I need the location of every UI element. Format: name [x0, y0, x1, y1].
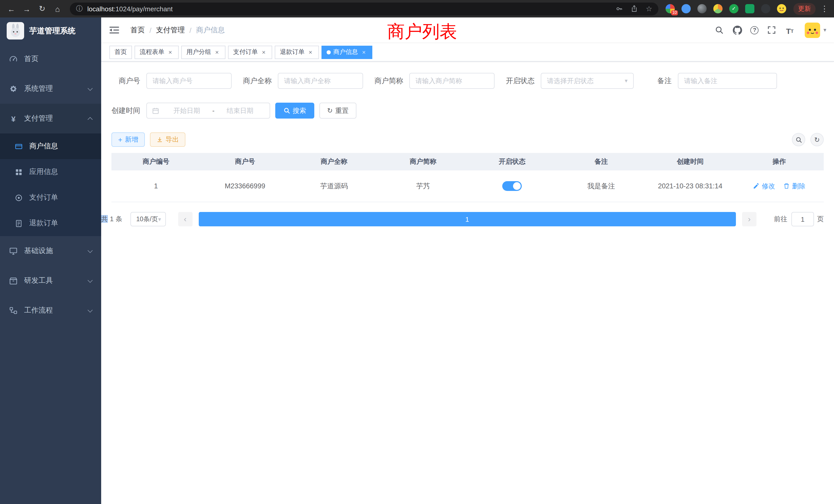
tab-merchant-info[interactable]: 商户信息× [322, 45, 372, 59]
column-header: 商户简称 [378, 157, 467, 166]
search-icon[interactable] [715, 25, 724, 35]
close-icon[interactable]: × [214, 49, 220, 55]
breadcrumb: 首页 / 支付管理 / 商户信息 [130, 25, 225, 35]
goto-label: 前往 [774, 214, 787, 224]
sidebar-item-label: 应用信息 [29, 167, 58, 177]
sidebar-item-workflow[interactable]: 工作流程 [0, 296, 101, 325]
close-icon[interactable]: × [307, 49, 314, 55]
top-navbar: 首页 / 支付管理 / 商户信息 ? [101, 18, 834, 43]
sidebar-item-devtools[interactable]: 研发工具 [0, 266, 101, 296]
close-icon[interactable]: × [360, 49, 367, 55]
tab-user-group[interactable]: 用户分组× [181, 45, 225, 59]
short-name-input[interactable] [409, 73, 495, 89]
sidebar-toggle-icon[interactable] [109, 26, 119, 34]
browser-home-icon[interactable]: ⌂ [51, 3, 64, 15]
bookmark-star-icon[interactable]: ☆ [646, 5, 652, 12]
extension-icon[interactable] [697, 4, 707, 13]
remark-label: 备注 [657, 76, 672, 86]
sidebar-item-system[interactable]: 系统管理 [0, 74, 101, 104]
question-glyph: ? [753, 27, 756, 33]
extension-icon[interactable]: ✓ [729, 4, 739, 13]
full-name-label: 商户全称 [243, 76, 272, 86]
tab-pay-order[interactable]: 支付订单× [228, 45, 272, 59]
chevron-down-icon [88, 86, 93, 91]
page-1-button[interactable]: 1 [198, 212, 736, 226]
sidebar-item-payment[interactable]: ¥ 支付管理 [0, 104, 101, 134]
browser-profile-avatar[interactable] [777, 4, 786, 13]
refresh-icon: ↻ [814, 136, 820, 143]
browser-update-button[interactable]: 更新 [793, 3, 815, 15]
page-size-select[interactable]: 10条/页 ▾ [130, 212, 166, 226]
password-key-icon[interactable] [616, 5, 623, 12]
help-icon[interactable]: ? [750, 26, 759, 34]
filter-row: 创建时间 开始日期 - 结束日期 搜索 [101, 102, 834, 118]
sidebar-item-label: 支付管理 [24, 114, 53, 123]
cell-merchant-no: M233666999 [200, 182, 290, 190]
fullscreen-icon[interactable] [767, 25, 777, 35]
prev-page-button[interactable]: ‹ [178, 212, 192, 226]
toggle-search-button[interactable] [792, 133, 805, 146]
app-logo[interactable]: 芋道管理系统 [0, 18, 101, 44]
workflow-icon [9, 306, 18, 315]
tab-refund-order[interactable]: 退款订单× [275, 45, 319, 59]
extension-icon[interactable] [713, 4, 723, 13]
breadcrumb-payment[interactable]: 支付管理 [156, 25, 185, 35]
sidebar-menu: 首页 系统管理 ¥ 支付管理 [0, 44, 101, 325]
extension-icon[interactable]: 10 [665, 4, 675, 13]
close-icon[interactable]: × [167, 49, 174, 55]
extension-icon[interactable] [681, 4, 691, 13]
breadcrumb-home[interactable]: 首页 [130, 25, 145, 35]
status-toggle[interactable] [502, 181, 522, 191]
sidebar-item-home[interactable]: 首页 [0, 44, 101, 74]
sidebar-item-infrastructure[interactable]: 基础设施 [0, 236, 101, 266]
goto-page-input[interactable] [791, 212, 814, 226]
refresh-button[interactable]: ↻ [810, 133, 824, 146]
tab-process-form[interactable]: 流程表单× [135, 45, 179, 59]
sidebar-item-label: 首页 [24, 54, 39, 64]
trash-icon [784, 183, 790, 189]
search-button[interactable]: 搜索 [275, 102, 314, 118]
delete-link[interactable]: 删除 [784, 181, 806, 191]
share-icon[interactable] [631, 5, 638, 12]
avatar-caret-icon[interactable]: ▾ [824, 27, 826, 33]
export-button[interactable]: 导出 [150, 132, 185, 147]
remark-input[interactable] [678, 73, 777, 89]
extension-icon[interactable] [745, 4, 754, 13]
sidebar-item-pay-order[interactable]: 支付订单 [0, 185, 101, 210]
browser-forward-icon[interactable]: → [21, 3, 33, 15]
browser-menu-icon[interactable]: ⋮ [821, 4, 828, 13]
close-icon[interactable]: × [260, 49, 267, 55]
page-content: 商户号 商户全称 商户简称 开启状态 请选择开启状态 ▾ [101, 62, 834, 504]
merchant-no-input[interactable] [146, 73, 232, 89]
sidebar-item-label: 退款订单 [29, 219, 58, 228]
create-time-range-input[interactable]: 开始日期 - 结束日期 [146, 102, 270, 118]
tab-home[interactable]: 首页 [109, 45, 132, 59]
status-select[interactable]: 请选择开启状态 ▾ [541, 73, 634, 89]
browser-reload-icon[interactable]: ↻ [36, 3, 48, 15]
navbar-actions: ? TT ▾ [706, 22, 826, 38]
browser-back-icon[interactable]: ← [5, 3, 18, 15]
cell-merchant-id: 1 [111, 182, 200, 190]
font-size-icon[interactable]: TT [785, 25, 795, 35]
target-icon [14, 193, 23, 202]
next-page-button[interactable]: › [742, 212, 756, 226]
edit-link[interactable]: 修改 [753, 181, 775, 191]
user-avatar[interactable] [805, 22, 820, 38]
sidebar-item-merchant-info[interactable]: 商户信息 [0, 134, 101, 159]
create-time-label: 创建时间 [111, 106, 140, 115]
extension-icon[interactable] [761, 4, 770, 13]
full-name-input[interactable] [278, 73, 363, 89]
column-header: 商户全称 [290, 157, 379, 166]
sidebar-item-app-info[interactable]: 应用信息 [0, 159, 101, 185]
chevron-down-icon [88, 277, 93, 282]
page-unit-label: 页 [817, 214, 824, 224]
short-name-label: 商户简称 [374, 76, 403, 86]
page-info-icon[interactable]: ⓘ [76, 4, 83, 13]
reset-button[interactable]: ↻ 重置 [320, 102, 356, 118]
sidebar-item-refund-order[interactable]: 退款订单 [0, 210, 101, 236]
github-icon[interactable] [732, 25, 742, 35]
sidebar-group-payment: ¥ 支付管理 商户信息 [0, 104, 101, 236]
browser-window: ← → ↻ ⌂ ⓘ localhost:1024/pay/merchant ☆ … [0, 0, 834, 504]
add-button[interactable]: + 新增 [111, 132, 145, 147]
url-bar[interactable]: ⓘ localhost:1024/pay/merchant ☆ [70, 2, 658, 15]
